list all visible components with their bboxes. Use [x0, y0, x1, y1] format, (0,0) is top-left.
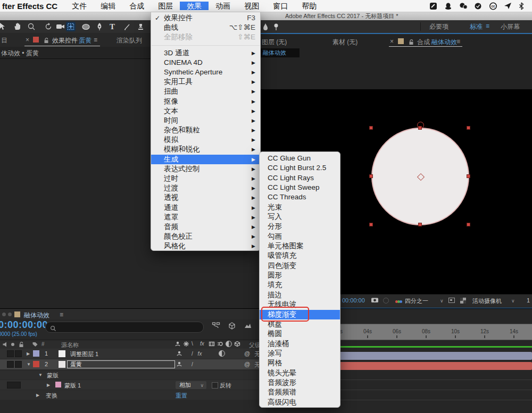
mask-name[interactable]: 蒙版 1 [64, 382, 81, 390]
bbox-handle-top-center[interactable] [418, 126, 422, 130]
ellipse-tool-icon[interactable] [81, 22, 90, 31]
menubar-item-4[interactable]: 效果 [180, 2, 209, 10]
generate-menu-item-5[interactable]: 光束 [260, 203, 340, 212]
qq-icon[interactable] [444, 2, 452, 10]
viewer-timecode[interactable]: 00:00:00 [342, 297, 365, 304]
effect-menu-item-7[interactable]: 扭曲▶ [151, 87, 260, 96]
shy-icon[interactable] [176, 361, 182, 368]
generate-menu-item-8[interactable]: 勾画 [260, 232, 340, 241]
audio-toggle-cell[interactable] [15, 350, 22, 357]
effect-menu-item-8[interactable]: 抠像▶ [151, 97, 260, 106]
footage-tab[interactable]: 素材 (无) [332, 38, 358, 47]
transform-reset-link[interactable]: 重置 [176, 392, 187, 400]
search-field[interactable] [45, 322, 204, 333]
stamp-tool-icon[interactable] [136, 22, 145, 31]
zoom-tool-icon[interactable] [27, 22, 36, 31]
app-menu-name[interactable]: fter Effects CC [0, 2, 65, 11]
effect-controls-tab[interactable]: 效果控件 [52, 36, 78, 45]
creative-cloud-icon[interactable]: cc [489, 2, 497, 10]
generate-menu-item-9[interactable]: 单元格图案 [260, 241, 340, 251]
collapse-arrow-icon[interactable]: ▼ [27, 362, 31, 367]
close-tab-icon[interactable]: × [390, 38, 394, 45]
generate-menu-item-12[interactable]: 圆形 [260, 271, 340, 280]
layer-label-swatch[interactable] [33, 350, 39, 357]
composition-tab[interactable]: 合成 [417, 38, 430, 47]
parent-pickwhip-icon[interactable]: @ [244, 361, 251, 368]
layer-name-edit-field[interactable]: 蛋黄 [67, 360, 175, 368]
video-toggle-cell[interactable] [7, 361, 14, 368]
effect-menu-item-19[interactable]: 通道▶ [151, 203, 260, 213]
generate-menu-item-22[interactable]: 镜头光晕 [260, 368, 340, 378]
timeline-comp-tab[interactable]: 融体动效 [24, 311, 49, 320]
pan-behind-tool-icon[interactable] [66, 22, 76, 31]
effect-menu-item-17[interactable]: 过渡▶ [151, 183, 260, 193]
generate-menu-item-3[interactable]: CC Light Sweep [260, 183, 340, 192]
effect-menu-item-10[interactable]: 时间▶ [151, 116, 260, 125]
audio-toggle-cell[interactable] [15, 361, 22, 368]
view-layout-partial[interactable]: 1 [527, 297, 530, 304]
generate-menu-item-20[interactable]: 涂写 [260, 349, 340, 358]
effect-controls-target[interactable]: 蛋黄 [79, 36, 92, 45]
generate-menu-item-24[interactable]: 音频频谱 [260, 387, 340, 397]
panel-menu-icon[interactable]: ≡ [94, 36, 97, 44]
generate-menu-item-25[interactable]: 高级闪电 [260, 398, 340, 407]
workspace-tab-essentials[interactable]: 必要项 [429, 22, 448, 31]
menubar-item-7[interactable]: 窗口 [266, 2, 295, 10]
shield-icon[interactable] [474, 2, 482, 10]
effect-menu-item-1[interactable]: 曲线⌥⇧⌘E [151, 23, 260, 32]
roto-brush-tool-icon[interactable] [261, 22, 270, 31]
generate-menu-item-1[interactable]: CC Light Burst 2.5 [260, 163, 340, 173]
paper-plane-icon[interactable] [504, 2, 512, 10]
resolution-dropdown[interactable]: 四分之一 [405, 297, 428, 305]
rgb-channels-icon[interactable] [395, 298, 402, 304]
camera-tool-icon[interactable] [55, 22, 65, 31]
bbox-handle-bottom-right[interactable] [467, 223, 470, 226]
3d-layer-icon[interactable] [234, 341, 240, 348]
wechat-icon[interactable] [459, 2, 467, 10]
workspace-tab-small-screen[interactable]: 小屏幕 [501, 22, 520, 31]
active-camera-dropdown[interactable]: 活动摄像机 [472, 297, 502, 305]
menubar-item-2[interactable]: 合成 [122, 2, 151, 10]
effect-menu-item-11[interactable]: 杂色和颗粒▶ [151, 125, 260, 135]
collapse-icon[interactable] [183, 341, 189, 348]
fx-icon[interactable]: fx [196, 350, 203, 357]
audio-column-icon[interactable] [2, 341, 9, 349]
effect-menu-item-6[interactable]: 实用工具▶ [151, 77, 260, 87]
chevron-down-icon[interactable]: ∨ [511, 298, 515, 304]
frame-blend-icon[interactable] [244, 322, 252, 332]
panel-menu-icon[interactable]: ≡ [456, 38, 460, 45]
anchor-point[interactable] [417, 173, 424, 180]
transform-group-row[interactable]: ▶ 变换 重置 [0, 390, 277, 400]
bbox-handle-top-right[interactable] [467, 126, 470, 130]
menubar-item-6[interactable]: 视图 [237, 2, 266, 10]
type-tool-icon[interactable]: T [107, 22, 117, 31]
lock-column-icon[interactable] [18, 341, 24, 349]
bbox-handle-top-left[interactable] [369, 126, 373, 130]
generate-menu-item-23[interactable]: 音频波形 [260, 378, 340, 387]
expand-arrow-icon[interactable]: ▶ [47, 383, 50, 387]
effect-menu-item-21[interactable]: 音频▶ [151, 222, 260, 232]
quality-icon[interactable]: / [189, 350, 196, 357]
generate-menu-item-21[interactable]: 网格 [260, 358, 340, 368]
effect-menu-item-0[interactable]: ✓效果控件F3 [151, 13, 260, 23]
workspace-tab-standard[interactable]: 标准 [470, 22, 483, 31]
video-toggle-cell[interactable] [7, 350, 14, 357]
effect-menu-item-18[interactable]: 透视▶ [151, 193, 260, 203]
solo-column-icon[interactable] [11, 343, 14, 346]
bbox-handle-bottom-center[interactable] [418, 223, 422, 226]
render-queue-tab[interactable]: 渲染队列 [117, 36, 142, 45]
current-timecode[interactable]: 0:00:00:00 [0, 319, 48, 331]
index-column-header[interactable]: # [41, 341, 45, 347]
effect-menu-item-2[interactable]: 全部移除⇧⌘E [151, 32, 260, 42]
draft-3d-icon[interactable] [228, 322, 236, 332]
generate-menu-item-7[interactable]: 分形 [260, 222, 340, 231]
generate-menu-item-6[interactable]: 写入 [260, 212, 340, 222]
generate-menu-item-2[interactable]: CC Light Rays [260, 173, 340, 183]
motion-blur-icon[interactable] [217, 341, 223, 348]
selection-tool-icon[interactable] [0, 22, 6, 31]
menubar-item-0[interactable]: 文件 [65, 2, 94, 10]
menubar-item-3[interactable]: 图层 [151, 2, 180, 10]
layer-label-swatch[interactable] [33, 361, 39, 367]
generate-menu-item-18[interactable]: 椭圆 [260, 329, 340, 339]
panel-menu-icon[interactable]: ≡ [60, 311, 63, 318]
